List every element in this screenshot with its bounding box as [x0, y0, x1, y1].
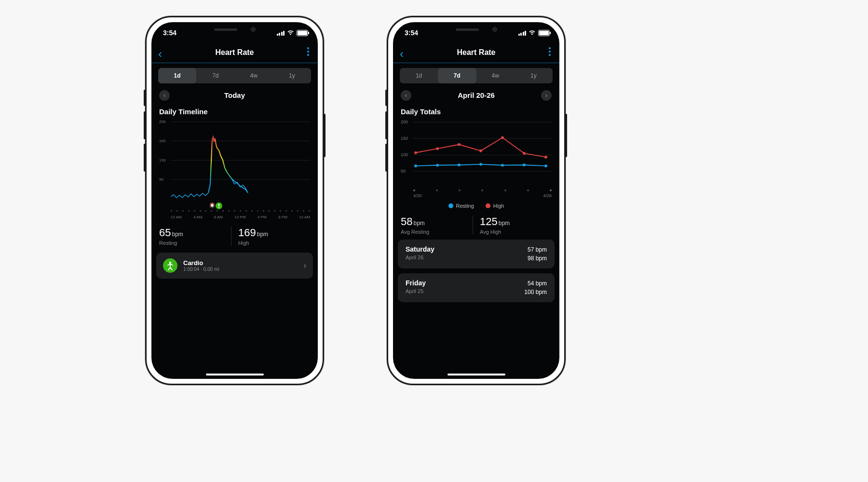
alarm-marker-icon: ⏰: [209, 202, 215, 208]
date-nav: ‹ April 20-26 ›: [393, 86, 559, 106]
nav-header: ‹ Heart Rate: [151, 43, 318, 63]
home-indicator[interactable]: [206, 374, 264, 375]
svg-point-8: [544, 156, 547, 159]
chevron-right-icon: ›: [304, 261, 306, 270]
svg-point-14: [523, 163, 526, 166]
section-title: Daily Timeline: [159, 107, 310, 116]
day-row[interactable]: Saturday April 26 57 bpm 98 bpm: [398, 240, 555, 268]
status-time: 3:54: [405, 29, 418, 37]
wifi-icon: [287, 30, 294, 36]
seg-7d[interactable]: 7d: [438, 68, 476, 83]
home-indicator[interactable]: [448, 374, 505, 375]
svg-point-5: [479, 149, 482, 152]
seg-4w[interactable]: 4w: [235, 68, 273, 83]
more-menu-button[interactable]: [307, 47, 309, 56]
date-next-button[interactable]: ›: [541, 90, 552, 101]
seg-7d[interactable]: 7d: [196, 68, 234, 83]
range-segmented: 1d 7d 4w 1y: [400, 68, 553, 83]
chart-legend: Resting High: [393, 203, 559, 209]
svg-point-6: [501, 136, 504, 139]
wifi-icon: [529, 30, 536, 36]
svg-point-7: [523, 152, 526, 155]
section-title: Daily Totals: [401, 107, 552, 116]
stat-resting: 65bpm Resting: [159, 227, 231, 246]
activity-marker-icon: [215, 202, 223, 210]
activity-title: Cardio: [183, 259, 304, 267]
seg-4w[interactable]: 4w: [476, 68, 515, 83]
seg-1y[interactable]: 1y: [515, 68, 553, 83]
svg-point-12: [479, 163, 482, 166]
cellular-icon: [518, 31, 527, 36]
stat-high: 169bpm High: [231, 227, 310, 246]
svg-point-2: [414, 151, 417, 154]
seg-1d[interactable]: 1d: [400, 68, 438, 83]
svg-point-4: [458, 143, 461, 146]
activity-badge-icon: [163, 258, 177, 273]
date-label: Today: [151, 91, 318, 99]
activity-detail: 1:00:04 · 0.00 mi: [183, 267, 304, 272]
svg-point-0: [218, 204, 219, 205]
weekly-lines: [413, 122, 548, 187]
page-title: Heart Rate: [151, 48, 318, 57]
seg-1y[interactable]: 1y: [273, 68, 311, 83]
svg-point-11: [458, 163, 461, 166]
stat-avg-resting: 58bpm Avg Resting: [401, 215, 473, 235]
activity-row[interactable]: Cardio 1:00:04 · 0.00 mi ›: [156, 253, 313, 279]
daily-totals-chart[interactable]: 200 150 100 50 4/20 4/26: [401, 120, 552, 199]
stat-avg-high: 125bpm Avg High: [473, 215, 552, 235]
day-row[interactable]: Friday April 25 54 bpm 100 bpm: [398, 273, 555, 302]
cellular-icon: [277, 31, 285, 36]
battery-icon: [297, 30, 308, 36]
svg-point-10: [436, 164, 439, 167]
page-title: Heart Rate: [393, 48, 559, 57]
hr-waveform: [171, 121, 311, 208]
date-label: April 20-26: [393, 91, 559, 99]
date-nav: ‹ Today: [151, 86, 318, 106]
stats-row: 65bpm Resting 169bpm High: [159, 227, 310, 246]
battery-icon: [538, 30, 550, 36]
svg-point-13: [501, 164, 504, 167]
nav-header: ‹ Heart Rate: [393, 43, 559, 63]
seg-1d[interactable]: 1d: [158, 68, 196, 83]
svg-point-3: [436, 147, 439, 150]
svg-point-15: [544, 164, 547, 167]
more-menu-button[interactable]: [549, 47, 551, 56]
svg-point-9: [414, 164, 417, 167]
daily-timeline-chart[interactable]: 200 165 130 95: [159, 120, 310, 221]
range-segmented: 1d 7d 4w 1y: [158, 68, 311, 83]
stats-row: 58bpm Avg Resting 125bpm Avg High: [401, 215, 552, 235]
status-time: 3:54: [163, 29, 176, 37]
